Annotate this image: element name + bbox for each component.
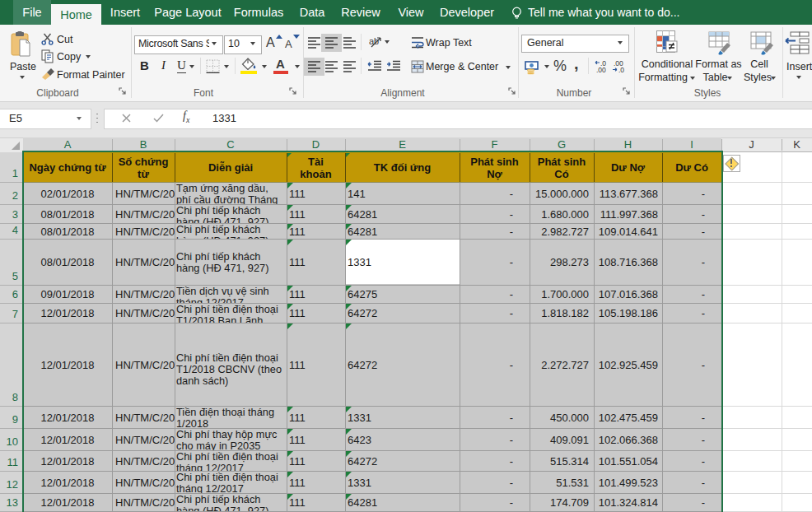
svg-text:.00: .00	[596, 66, 606, 73]
svg-text:.0: .0	[618, 66, 624, 73]
